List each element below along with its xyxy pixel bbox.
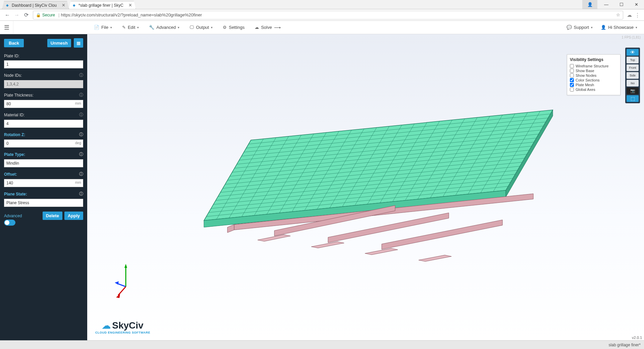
menu-edit[interactable]: ✎Edit▾ — [122, 25, 139, 30]
brand-text: SkyCiv — [112, 320, 143, 331]
menu-user[interactable]: 👤Hi Showcase▾ — [601, 25, 637, 30]
svg-marker-53 — [365, 248, 398, 254]
unit-label: mm — [75, 101, 81, 105]
eye-icon[interactable]: 👁 — [627, 49, 639, 56]
reload-icon[interactable]: ⟳ — [21, 10, 31, 20]
monitor-icon: 🖵 — [190, 25, 194, 30]
version-label: v2.0.1 — [632, 336, 642, 340]
filename-label: slab grillage finer* — [609, 343, 641, 347]
visibility-panel: Visibility Settings Wireframe StructureS… — [567, 54, 621, 95]
visibility-item[interactable]: Show Base — [570, 69, 618, 73]
star-icon[interactable]: ☆ — [616, 12, 620, 17]
view-side[interactable]: Side — [627, 72, 639, 79]
visibility-label: Show Nodes — [576, 73, 596, 77]
user-icon[interactable]: 👤 — [582, 0, 597, 9]
minimize-icon[interactable]: — — [599, 0, 614, 9]
unit-label: deg — [75, 141, 81, 145]
info-icon[interactable]: ⓘ — [79, 152, 83, 157]
checkbox[interactable] — [570, 83, 574, 87]
material-label: Material ID:ⓘ — [4, 112, 83, 118]
chevron-down-icon: ▾ — [211, 26, 213, 29]
close-icon[interactable]: ✕ — [61, 3, 66, 8]
maximize-icon[interactable]: ☐ — [614, 0, 629, 9]
visibility-item[interactable]: Global Axes — [570, 88, 618, 92]
menu-file[interactable]: 📄File▾ — [94, 25, 112, 30]
close-window-icon[interactable]: ✕ — [629, 0, 644, 9]
plane-state-select[interactable]: Plane Stress — [4, 199, 83, 207]
delete-button[interactable]: Delete — [43, 212, 62, 220]
advanced-toggle[interactable] — [4, 220, 15, 226]
user-icon: 👤 — [601, 25, 606, 30]
visibility-item[interactable]: Show Nodes — [570, 73, 618, 77]
browser-tabbar: ◆ Dashboard | SkyCiv Clou ✕ ◆ *slab gril… — [0, 0, 644, 9]
back-icon[interactable]: ← — [3, 10, 12, 20]
info-icon[interactable]: ⓘ — [79, 72, 83, 78]
logo: ☁SkyCiv CLOUD ENGINEERING SOFTWARE — [95, 320, 150, 334]
sidebar: Back Unmesh ▦ Plate ID: 1 Node IDs:ⓘ Pla… — [0, 34, 87, 340]
forward-icon[interactable]: → — [12, 10, 21, 20]
url-input[interactable]: 🔒 Secure | https://skyciv.com/structural… — [33, 11, 623, 19]
info-icon[interactable]: ⓘ — [79, 191, 83, 197]
hamburger-icon[interactable]: ☰ — [0, 21, 13, 34]
visibility-label: Global Axes — [576, 88, 595, 92]
lock-icon: 🔒 Secure — [36, 13, 55, 17]
close-icon[interactable]: ✕ — [128, 3, 133, 8]
unmesh-button[interactable]: Unmesh — [47, 39, 71, 47]
thickness-input[interactable] — [4, 100, 83, 108]
svg-marker-51 — [258, 234, 290, 241]
plate-id-select[interactable]: 1 — [4, 60, 83, 68]
main-area: Back Unmesh ▦ Plate ID: 1 Node IDs:ⓘ Pla… — [0, 34, 644, 340]
rotation-input[interactable] — [4, 139, 83, 148]
visibility-item[interactable]: Wireframe Structure — [570, 64, 618, 68]
arrow-right-icon: ⟶ — [274, 25, 281, 30]
visibility-title: Visibility Settings — [570, 57, 618, 62]
chevron-down-icon: ▾ — [591, 26, 593, 29]
extension-icon[interactable]: ☁ — [625, 11, 633, 19]
grid-icon[interactable]: ▦ — [74, 38, 83, 48]
info-icon[interactable]: ⓘ — [79, 92, 83, 98]
menu-advanced[interactable]: 🔧Advanced▾ — [149, 25, 179, 30]
info-icon[interactable]: ⓘ — [79, 171, 83, 177]
checkbox[interactable] — [570, 69, 574, 73]
checkbox[interactable] — [570, 88, 574, 92]
offset-input[interactable] — [4, 179, 83, 187]
view-buttons: 👁 Top Front Side Iso 📷 ⬚ — [625, 48, 640, 103]
plate-type-select[interactable]: Mindlin — [4, 159, 83, 167]
plane-state-label: Plane State:ⓘ — [4, 191, 83, 197]
node-ids-label: Node IDs:ⓘ — [4, 72, 83, 78]
menu-solve[interactable]: ☁Solve⟶ — [255, 25, 281, 30]
visibility-item[interactable]: Color Sections — [570, 78, 618, 82]
status-bar: slab grillage finer* — [0, 340, 644, 349]
view-iso[interactable]: Iso — [627, 80, 639, 86]
visibility-label: Wireframe Structure — [576, 64, 608, 68]
visibility-label: Color Sections — [576, 78, 600, 82]
node-ids-input — [4, 80, 83, 88]
menu-dots-icon[interactable]: ⋮ — [633, 11, 641, 19]
back-button[interactable]: Back — [4, 39, 24, 47]
view-top[interactable]: Top — [627, 57, 639, 63]
advanced-link[interactable]: Advanced — [4, 214, 22, 218]
checkbox[interactable] — [570, 73, 574, 77]
tab-title: Dashboard | SkyCiv Clou — [12, 3, 57, 8]
browser-tab[interactable]: ◆ Dashboard | SkyCiv Clou ✕ — [2, 1, 69, 9]
cube-icon[interactable]: ⬚ — [627, 95, 639, 102]
info-icon[interactable]: ⓘ — [79, 132, 83, 137]
apply-button[interactable]: Apply — [64, 212, 83, 220]
visibility-item[interactable]: Plate Mesh — [570, 83, 618, 87]
checkbox[interactable] — [570, 64, 574, 68]
material-input[interactable] — [4, 120, 83, 128]
viewport[interactable]: 1 FPS (1,81) — [87, 34, 644, 340]
offset-label: Offset:ⓘ — [4, 171, 83, 177]
browser-tab[interactable]: ◆ *slab grillage finer | SkyC ✕ — [69, 1, 136, 9]
checkbox[interactable] — [570, 78, 574, 82]
svg-marker-52 — [311, 241, 344, 248]
camera-icon[interactable]: 📷 — [627, 88, 639, 94]
menu-output[interactable]: 🖵Output▾ — [190, 25, 213, 30]
info-icon[interactable]: ⓘ — [79, 112, 83, 118]
cloud-icon: ☁ — [102, 321, 111, 331]
menu-support[interactable]: 💬Support▾ — [567, 25, 593, 30]
view-front[interactable]: Front — [627, 64, 639, 71]
gear-icon: ⚙ — [223, 25, 227, 30]
favicon-icon: ◆ — [5, 3, 10, 8]
menu-settings[interactable]: ⚙Settings — [223, 25, 245, 30]
